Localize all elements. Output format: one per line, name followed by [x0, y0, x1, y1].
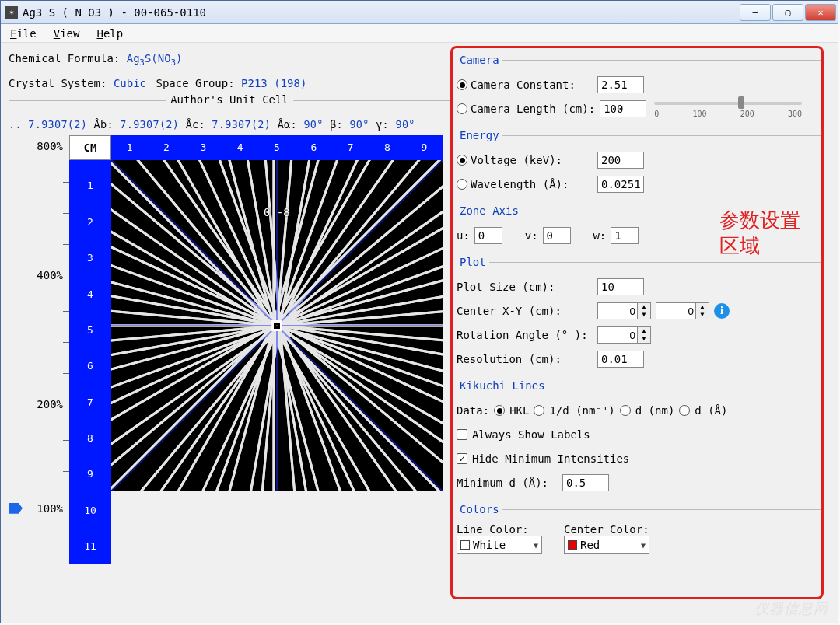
min-d-input[interactable] [562, 474, 609, 491]
resolution-input[interactable] [597, 351, 644, 368]
left-panel: Chemical Formula: Ag3S(NO3) Crystal Syst… [1, 43, 450, 623]
hide-min-checkbox[interactable] [457, 453, 467, 464]
plot-overlay-label: 0 -8 [264, 206, 290, 218]
plot-center-marker [271, 320, 282, 331]
window-title: Ag3 S ( N O3 ) - 00-065-0110 [23, 6, 738, 19]
watermark: 仪器信息网 [754, 599, 828, 618]
close-button[interactable]: ✕ [805, 4, 836, 21]
menubar: File View Help [1, 24, 838, 43]
zone-v-input[interactable] [543, 227, 571, 244]
rotation-spin[interactable]: ▲▼ [597, 326, 651, 344]
data-invd-radio[interactable] [534, 405, 544, 416]
energy-legend: Energy [457, 129, 502, 141]
wavelength-radio[interactable] [457, 179, 467, 190]
zone-w-input[interactable] [611, 227, 639, 244]
ruler-unit: CM [69, 135, 111, 160]
voltage-input[interactable] [597, 152, 644, 169]
plot-size-input[interactable] [597, 278, 644, 295]
crystal-system: Crystal System: Cubic Space Group: P213 … [9, 77, 450, 89]
parameters-panel: 参数设置区域 Camera Camera Constant: Camera Le… [450, 43, 831, 623]
camera-constant-input[interactable] [597, 76, 644, 93]
colors-legend: Colors [457, 503, 502, 515]
titlebar: ✶ Ag3 S ( N O3 ) - 00-065-0110 — ▢ ✕ [1, 1, 838, 24]
ruler-top: CM 12 34 56 78 9 [69, 135, 443, 160]
data-dnm-radio[interactable] [620, 405, 631, 416]
line-color-label: Line Color: [457, 523, 542, 536]
camera-length-radio[interactable] [457, 103, 467, 114]
diffraction-plot[interactable]: CM 12 34 56 78 9 12 34 56 78 [69, 135, 443, 571]
camera-length-input[interactable] [600, 100, 646, 117]
menu-help[interactable]: Help [93, 26, 126, 41]
unitcell-heading: Author's Unit Cell [9, 100, 450, 113]
data-dA-radio[interactable] [679, 405, 690, 416]
center-color-label: Center Color: [564, 523, 649, 536]
plot-legend: Plot [457, 256, 489, 268]
camera-legend: Camera [457, 54, 502, 66]
line-color-select[interactable]: White▼ [457, 536, 542, 554]
voltage-radio[interactable] [457, 155, 467, 166]
maximize-button[interactable]: ▢ [772, 4, 803, 21]
menu-file[interactable]: File [7, 26, 40, 41]
camera-length-slider[interactable]: 0100 200300 [654, 97, 802, 120]
kikuchi-legend: Kikuchi Lines [457, 379, 548, 392]
kikuchi-pattern[interactable]: 0 -8 [111, 160, 443, 491]
center-x-spin[interactable]: ▲▼ [597, 302, 651, 319]
zone-u-input[interactable] [474, 227, 502, 244]
minimize-button[interactable]: — [740, 4, 771, 21]
center-color-select[interactable]: Red▼ [564, 536, 649, 554]
zone-legend: Zone Axis [457, 204, 522, 217]
ruler-left: 12 34 56 78 910 11 [69, 160, 111, 564]
unitcell-values: .. 7.9307(2) Åb: 7.9307(2) Åc: 7.9307(2)… [9, 118, 450, 131]
menu-view[interactable]: View [51, 26, 83, 41]
always-show-checkbox[interactable] [457, 429, 467, 440]
camera-constant-radio[interactable] [457, 79, 467, 90]
chemical-formula: Chemical Formula: Ag3S(NO3) [9, 52, 450, 67]
center-y-spin[interactable]: ▲▼ [656, 302, 709, 319]
info-icon[interactable]: i [714, 303, 730, 319]
zoom-scale[interactable]: 800% 400% 200% 100% [9, 135, 69, 539]
data-hkl-radio[interactable] [494, 405, 505, 416]
wavelength-input[interactable] [597, 176, 644, 193]
app-icon: ✶ [5, 6, 18, 19]
